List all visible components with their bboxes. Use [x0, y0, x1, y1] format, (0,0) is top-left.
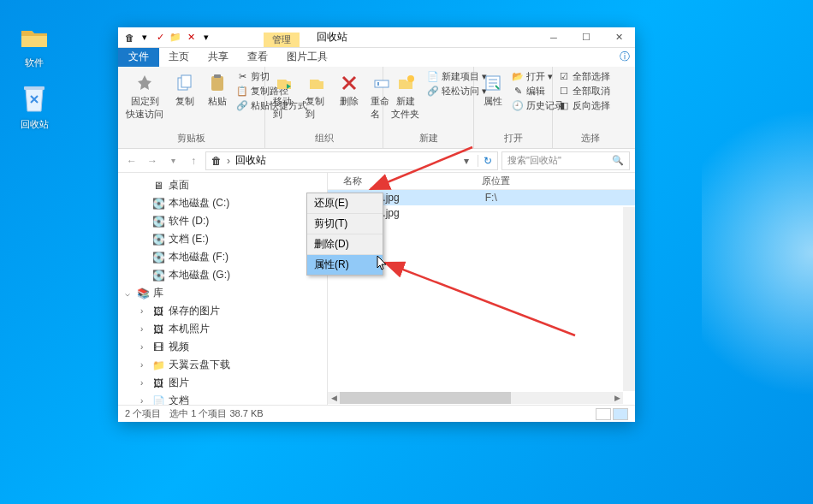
desktop-icon: 🖥 — [152, 180, 164, 192]
sidebar-desktop[interactable]: 🖥桌面 — [118, 176, 327, 194]
shortcut-icon: 🔗 — [236, 100, 248, 112]
open-icon: 📂 — [512, 71, 524, 83]
pic-icon: 🖼 — [152, 305, 164, 317]
expand-arrow-icon: ⌵ — [125, 288, 130, 298]
sidebar-drive-d[interactable]: 💽软件 (D:) — [118, 212, 327, 230]
sidebar-videos[interactable]: ›🎞视频 — [118, 338, 327, 356]
scroll-right-button[interactable]: ▶ — [611, 392, 623, 404]
drive-icon: 💽 — [152, 234, 164, 246]
ribbon: 固定到 快速访问 复制 粘贴 ✂剪切 📋复制路径 🔗粘贴快捷方式 剪贴板 — [118, 67, 635, 149]
doc-icon: 📄 — [152, 395, 164, 406]
sidebar-photos[interactable]: ›🖼本机照片 — [118, 320, 327, 338]
scroll-left-button[interactable]: ◀ — [328, 392, 340, 404]
sidebar-pictures[interactable]: ›🖼图片 — [118, 374, 327, 392]
titlebar: 🗑 ▾ ✓ 📁 ✕ ▾ 管理 回收站 ─ ☐ ✕ — [118, 27, 635, 48]
pic-icon: 🖼 — [152, 323, 164, 335]
tab-picture-tools[interactable]: 图片工具 — [277, 48, 337, 67]
svg-rect-0 — [24, 86, 45, 90]
column-header-name[interactable]: 名称 — [328, 175, 482, 187]
cut-icon: ✂ — [236, 71, 248, 83]
ribbon-move-to-button[interactable]: 移动到 — [270, 70, 298, 122]
desktop-icon-recycle-bin[interactable]: 回收站 — [9, 84, 60, 131]
ribbon-delete-button[interactable]: 删除 — [335, 70, 363, 110]
ribbon-select-all-button[interactable]: ☑全部选择 — [558, 70, 610, 83]
drive-icon: 💽 — [152, 270, 164, 282]
sidebar-drive-g[interactable]: 💽本地磁盘 (G:) — [118, 266, 327, 284]
sidebar-libraries[interactable]: ⌵📚库 — [118, 284, 327, 302]
delete-icon — [338, 72, 360, 94]
maximize-button[interactable]: ☐ — [570, 27, 602, 48]
qa-check-icon: ✓ — [154, 32, 166, 44]
sidebar-tianyi[interactable]: ›📁天翼云盘下载 — [118, 356, 327, 374]
expand-arrow-icon: › — [140, 342, 143, 352]
sidebar-drive-e[interactable]: 💽文档 (E:) — [118, 230, 327, 248]
chevron-down-icon: ▾ — [464, 155, 469, 167]
nav-back-button[interactable]: ← — [123, 152, 140, 169]
ribbon-copy-to-button[interactable]: 复制到 — [303, 70, 330, 122]
context-menu: 还原(E) 剪切(T) 删除(D) 属性(R) — [306, 193, 383, 276]
desktop-icon-software[interactable]: 软件 — [9, 22, 60, 69]
ribbon-copy-button[interactable]: 复制 — [171, 70, 199, 110]
ribbon-invert-select-button[interactable]: ◧反向选择 — [558, 99, 610, 112]
ribbon-tabs: 文件 主页 共享 查看 图片工具 ⓘ — [118, 48, 635, 67]
search-input[interactable]: 搜索"回收站" 🔍 — [501, 151, 630, 170]
status-item-count: 2 个项目 — [125, 407, 161, 420]
context-cut[interactable]: 剪切(T) — [307, 214, 383, 234]
tab-share[interactable]: 共享 — [199, 48, 238, 67]
context-properties[interactable]: 属性(R) — [307, 255, 383, 275]
close-button[interactable]: ✕ — [602, 27, 635, 48]
qa-dropdown-icon: ▾ — [200, 32, 212, 44]
ribbon-paste-button[interactable]: 粘贴 — [204, 70, 231, 110]
select-all-icon: ☑ — [558, 71, 570, 83]
status-bar: 2 个项目 选中 1 个项目 38.7 KB — [118, 405, 635, 422]
ribbon-properties-button[interactable]: 属性 — [479, 70, 507, 110]
svg-point-7 — [407, 75, 414, 82]
nav-forward-button[interactable]: → — [144, 152, 161, 169]
new-item-icon: 📄 — [427, 71, 439, 83]
svg-rect-3 — [211, 76, 223, 91]
recycle-bin-small-icon: 🗑 — [123, 32, 135, 44]
svg-rect-4 — [214, 74, 221, 78]
nav-recent-button[interactable]: ▾ — [164, 152, 181, 169]
column-header-location[interactable]: 原位置 — [482, 175, 635, 187]
path-icon: 📋 — [236, 86, 248, 98]
horizontal-scrollbar[interactable]: ◀ ▶ — [328, 391, 623, 405]
ribbon-help-icon[interactable]: ⓘ — [620, 50, 630, 64]
minimize-button[interactable]: ─ — [537, 27, 570, 48]
sidebar-saved-pics[interactable]: ›🖼保存的图片 — [118, 302, 327, 320]
expand-arrow-icon: › — [140, 378, 143, 388]
qa-close-icon: ✕ — [185, 32, 197, 44]
tab-home[interactable]: 主页 — [159, 48, 199, 67]
context-delete[interactable]: 删除(D) — [307, 234, 383, 255]
sidebar-documents[interactable]: ›📄文档 — [118, 392, 327, 405]
recycle-bin-icon: 🗑 — [211, 155, 222, 167]
window-title: 回收站 — [317, 30, 347, 44]
context-restore[interactable]: 还原(E) — [307, 193, 383, 214]
folder-icon — [19, 22, 50, 53]
ribbon-select-none-button[interactable]: ☐全部取消 — [558, 85, 610, 98]
tab-file[interactable]: 文件 — [118, 48, 159, 67]
ribbon-new-folder-button[interactable]: 新建 文件夹 — [389, 70, 422, 122]
refresh-icon[interactable]: ↻ — [478, 155, 492, 167]
folder-small-icon: 📁 — [169, 32, 181, 44]
video-icon: 🎞 — [152, 341, 164, 353]
sidebar-drive-c[interactable]: 💽本地磁盘 (C:) — [118, 194, 327, 212]
address-bar[interactable]: 🗑 › 回收站 ▾ ↻ — [205, 151, 498, 170]
ribbon-pin-button[interactable]: 固定到 快速访问 — [123, 70, 166, 122]
status-selection: 选中 1 个项目 38.7 KB — [169, 407, 263, 420]
copy-icon — [174, 72, 196, 94]
cursor-icon — [377, 255, 389, 270]
tab-view[interactable]: 查看 — [238, 48, 277, 67]
view-thumbs-button[interactable] — [613, 408, 628, 420]
vertical-scrollbar[interactable] — [623, 207, 635, 391]
manage-context-tab[interactable]: 管理 — [264, 33, 300, 47]
pic-icon: 🖼 — [152, 377, 164, 389]
sidebar-drive-f[interactable]: 💽本地磁盘 (F:) — [118, 248, 327, 266]
paste-icon — [206, 72, 228, 94]
expand-arrow-icon: › — [140, 360, 143, 370]
nav-up-button[interactable]: ↑ — [185, 152, 202, 169]
svg-rect-2 — [181, 75, 191, 87]
view-details-button[interactable] — [596, 408, 611, 420]
history-icon: 🕘 — [512, 100, 524, 112]
properties-icon — [482, 72, 504, 94]
